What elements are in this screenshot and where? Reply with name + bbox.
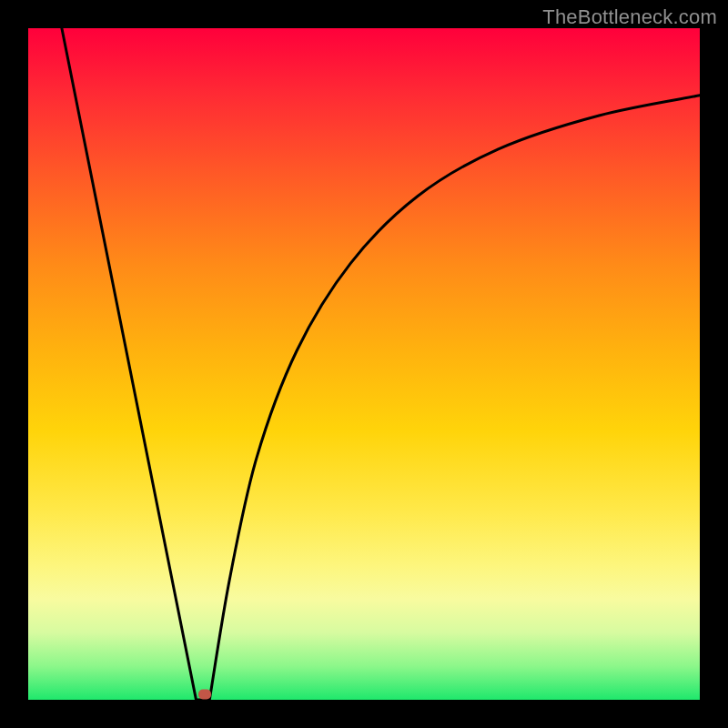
bottleneck-curve — [28, 28, 700, 700]
chart-frame: TheBottleneck.com — [0, 0, 728, 728]
curve-path — [62, 28, 700, 700]
plot-area — [28, 28, 700, 700]
watermark-text: TheBottleneck.com — [542, 5, 717, 29]
optimal-point-marker — [198, 690, 211, 700]
